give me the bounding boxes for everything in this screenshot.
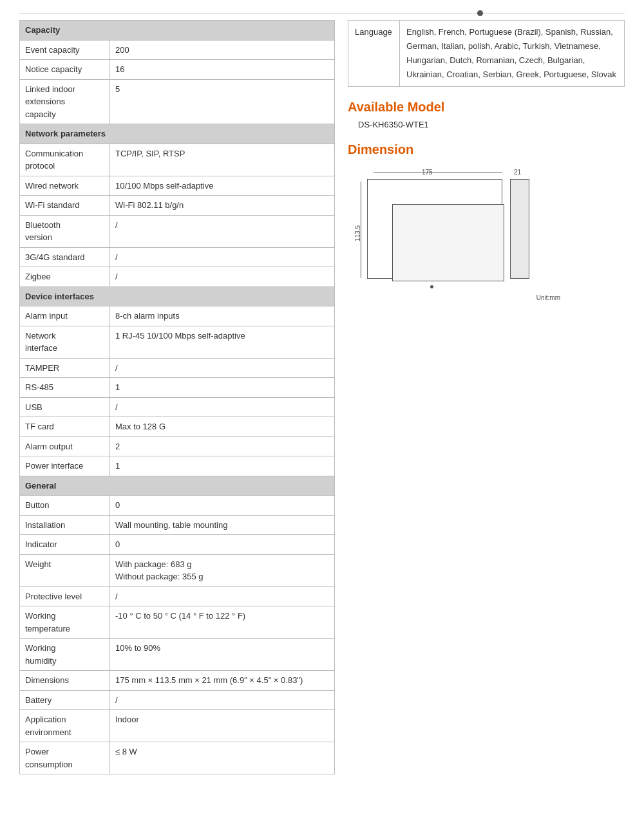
available-model-title: Available Model: [348, 100, 625, 115]
row-value: /: [110, 247, 335, 267]
section-header-general: General: [20, 476, 335, 496]
table-row: Bluetooth version/: [20, 215, 335, 247]
row-label: RS-485: [20, 378, 110, 398]
table-row: WeightWith package: 683 g Without packag…: [20, 554, 335, 586]
row-label: Wi-Fi standard: [20, 196, 110, 216]
row-value: Wi-Fi 802.11 b/g/n: [110, 196, 335, 216]
row-value: 200: [110, 40, 335, 60]
row-value: 0: [110, 535, 335, 555]
row-value: 10/100 Mbps self-adaptive: [110, 176, 335, 196]
top-divider: [19, 13, 625, 14]
row-value: /: [110, 690, 335, 710]
dimension-diagram: 175 113.5 21 Unit:mm: [354, 166, 560, 301]
section-header-device-interfaces: Device interfaces: [20, 286, 335, 306]
table-row: TAMPER/: [20, 358, 335, 378]
row-label: Working temperature: [20, 606, 110, 639]
table-row: Application environmentIndoor: [20, 710, 335, 742]
row-label: Wired network: [20, 176, 110, 196]
dim-depth-label: 21: [514, 169, 521, 176]
device-main-rect: [367, 179, 502, 279]
table-row: TF cardMax to 128 G: [20, 417, 335, 437]
table-row: RS-4851: [20, 378, 335, 398]
table-row: Battery/: [20, 690, 335, 710]
row-label: Alarm output: [20, 436, 110, 456]
row-label: Working humidity: [20, 639, 110, 671]
row-label: Notice capacity: [20, 60, 110, 80]
row-value: 1: [110, 378, 335, 398]
table-row: Zigbee/: [20, 267, 335, 287]
bottom-dot: [430, 285, 433, 288]
row-value: With package: 683 g Without package: 355…: [110, 554, 335, 586]
row-label: 3G/4G standard: [20, 247, 110, 267]
top-dot: [477, 10, 483, 16]
dimension-title: Dimension: [348, 142, 625, 157]
row-label: Battery: [20, 690, 110, 710]
language-value: English, French, Portuguese (Brazil), Sp…: [400, 21, 625, 87]
row-label: Alarm input: [20, 306, 110, 326]
row-value: Indoor: [110, 710, 335, 742]
table-row: Event capacity200: [20, 40, 335, 60]
row-value: 2: [110, 436, 335, 456]
table-row: Network interface1 RJ-45 10/100 Mbps sel…: [20, 326, 335, 358]
main-content: CapacityEvent capacity200Notice capacity…: [19, 20, 625, 774]
row-label: Button: [20, 496, 110, 516]
row-label: Protective level: [20, 586, 110, 606]
row-label: Power consumption: [20, 742, 110, 774]
row-value: -10 ° C to 50 ° C (14 ° F to 122 ° F): [110, 606, 335, 639]
row-value: 8-ch alarm inputs: [110, 306, 335, 326]
device-side-rect: [510, 179, 529, 279]
row-value: 10% to 90%: [110, 639, 335, 671]
row-value: /: [110, 397, 335, 417]
row-label: Application environment: [20, 710, 110, 742]
section-header-network-parameters: Network parameters: [20, 124, 335, 144]
row-label: Linked indoor extensions capacity: [20, 79, 110, 124]
unit-label: Unit:mm: [536, 294, 560, 301]
row-label: TF card: [20, 417, 110, 437]
table-row: Protective level/: [20, 586, 335, 606]
row-label: Weight: [20, 554, 110, 586]
specs-table: CapacityEvent capacity200Notice capacity…: [19, 20, 335, 774]
table-row: USB/: [20, 397, 335, 417]
row-value: ≤ 8 W: [110, 742, 335, 774]
section-header-capacity: Capacity: [20, 21, 335, 41]
table-row: Dimensions175 mm × 113.5 mm × 21 mm (6.9…: [20, 671, 335, 691]
table-row: Working humidity10% to 90%: [20, 639, 335, 671]
row-value: 16: [110, 60, 335, 80]
row-label: Zigbee: [20, 267, 110, 287]
row-value: 0: [110, 496, 335, 516]
dim-left-label: 113.5: [354, 225, 361, 241]
device-inner-rect: [392, 204, 504, 281]
dim-line-top: [374, 173, 502, 173]
table-row: Linked indoor extensions capacity5: [20, 79, 335, 124]
row-value: Max to 128 G: [110, 417, 335, 437]
table-row: 3G/4G standard/: [20, 247, 335, 267]
model-number: DS-KH6350-WTE1: [358, 120, 625, 129]
language-label: Language: [348, 21, 400, 87]
table-row: Communication protocolTCP/IP, SIP, RTSP: [20, 144, 335, 176]
table-row: Button0: [20, 496, 335, 516]
table-row: Working temperature-10 ° C to 50 ° C (14…: [20, 606, 335, 639]
row-label: TAMPER: [20, 358, 110, 378]
specs-table-container: CapacityEvent capacity200Notice capacity…: [19, 20, 335, 774]
row-value: 175 mm × 113.5 mm × 21 mm (6.9" × 4.5" ×…: [110, 671, 335, 691]
dim-top-label: 175: [422, 169, 433, 176]
table-row: Alarm input8-ch alarm inputs: [20, 306, 335, 326]
table-row: Power interface1: [20, 456, 335, 476]
row-value: /: [110, 267, 335, 287]
table-row: Wi-Fi standardWi-Fi 802.11 b/g/n: [20, 196, 335, 216]
row-label: Communication protocol: [20, 144, 110, 176]
row-value: 1 RJ-45 10/100 Mbps self-adaptive: [110, 326, 335, 358]
row-label: Indicator: [20, 535, 110, 555]
row-value: /: [110, 586, 335, 606]
right-section: Language English, French, Portuguese (Br…: [348, 20, 625, 774]
row-value: 1: [110, 456, 335, 476]
table-row: Alarm output2: [20, 436, 335, 456]
table-row: Wired network10/100 Mbps self-adaptive: [20, 176, 335, 196]
row-value: /: [110, 215, 335, 247]
table-row: InstallationWall mounting, table mountin…: [20, 515, 335, 535]
table-row: Indicator0: [20, 535, 335, 555]
row-label: Dimensions: [20, 671, 110, 691]
row-label: Installation: [20, 515, 110, 535]
row-label: Bluetooth version: [20, 215, 110, 247]
table-row: Notice capacity16: [20, 60, 335, 80]
